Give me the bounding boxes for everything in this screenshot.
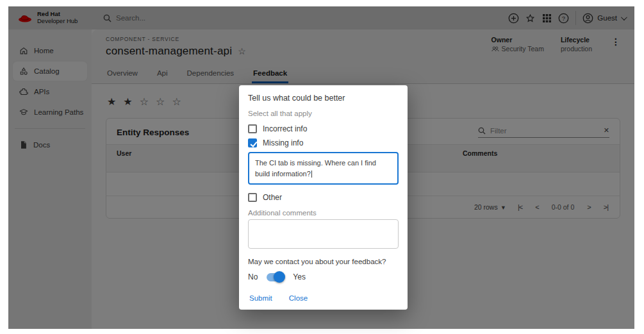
contact-toggle-row: No Yes xyxy=(248,270,399,284)
checkbox-other[interactable] xyxy=(248,193,257,202)
additional-comments-label: Additional comments xyxy=(248,209,399,217)
close-button[interactable]: Close xyxy=(289,294,308,302)
option-other[interactable]: Other xyxy=(248,190,399,205)
contact-toggle[interactable] xyxy=(267,273,284,281)
feedback-textarea[interactable]: The CI tab is missing. Where can I find … xyxy=(248,152,399,185)
option-missing-info[interactable]: Missing info xyxy=(248,136,399,150)
option-label: Incorrect info xyxy=(263,124,307,133)
modal-actions: Submit Close xyxy=(248,294,399,302)
option-label: Other xyxy=(263,193,282,202)
checkbox-incorrect-info[interactable] xyxy=(248,124,257,133)
option-label: Missing info xyxy=(263,138,303,147)
text-caret xyxy=(311,171,312,178)
contact-question: May we contact you about your feedback? xyxy=(248,258,399,265)
select-all-label: Select all that apply xyxy=(248,110,399,117)
submit-button[interactable]: Submit xyxy=(249,294,272,302)
toggle-knob xyxy=(274,271,285,283)
option-incorrect-info[interactable]: Incorrect info xyxy=(248,122,399,136)
feedback-text: The CI tab is missing. Where can I find … xyxy=(255,159,376,178)
toggle-yes-label: Yes xyxy=(293,272,306,281)
checkbox-missing-info[interactable] xyxy=(248,138,257,147)
feedback-modal: Tell us what could be better Select all … xyxy=(239,85,408,310)
additional-comments-textarea[interactable] xyxy=(248,219,399,249)
toggle-no-label: No xyxy=(248,272,258,281)
modal-title: Tell us what could be better xyxy=(248,94,399,103)
